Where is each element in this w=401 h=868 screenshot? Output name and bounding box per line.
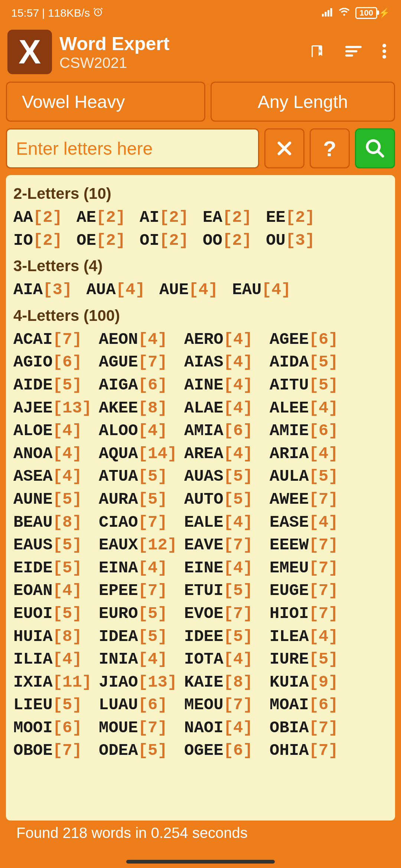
word-item[interactable]: AE[2] xyxy=(76,206,125,229)
word-item[interactable]: AIDA[5] xyxy=(270,351,355,374)
word-item[interactable]: ILEA[4] xyxy=(270,625,355,648)
word-item[interactable]: AUTO[5] xyxy=(184,488,270,511)
word-item[interactable]: IXIA[11] xyxy=(13,671,99,694)
word-item[interactable]: ALOO[4] xyxy=(99,420,184,443)
word-item[interactable]: OE[2] xyxy=(76,229,125,252)
word-item[interactable]: ALOE[4] xyxy=(13,420,99,443)
navigation-handle[interactable] xyxy=(126,860,275,864)
word-item[interactable]: AA[2] xyxy=(13,206,62,229)
word-item[interactable]: EPEE[7] xyxy=(99,579,184,602)
word-item[interactable]: AMIE[6] xyxy=(270,420,355,443)
word-item[interactable]: AUA[4] xyxy=(86,279,145,302)
word-item[interactable]: AKEE[8] xyxy=(99,397,184,420)
word-item[interactable]: OU[3] xyxy=(266,229,315,252)
word-item[interactable]: AIGA[6] xyxy=(99,374,184,397)
word-item[interactable]: IDEE[5] xyxy=(184,625,270,648)
word-item[interactable]: AREA[4] xyxy=(184,443,270,466)
word-item[interactable]: ARIA[4] xyxy=(270,443,355,466)
search-input[interactable] xyxy=(6,128,259,168)
word-item[interactable]: AIAS[4] xyxy=(184,351,270,374)
word-item[interactable]: LIEU[5] xyxy=(13,694,99,717)
word-item[interactable]: IURE[5] xyxy=(270,648,355,671)
word-item[interactable]: CIAO[7] xyxy=(99,511,184,534)
word-item[interactable]: HUIA[8] xyxy=(13,625,99,648)
word-item[interactable]: ILIA[4] xyxy=(13,648,99,671)
word-item[interactable]: AINE[4] xyxy=(184,374,270,397)
word-item[interactable]: EEEW[7] xyxy=(270,534,355,557)
word-item[interactable]: EAU[4] xyxy=(232,279,291,302)
dictionary-icon[interactable]: Ab xyxy=(310,44,325,60)
word-item[interactable]: EMEU[7] xyxy=(270,557,355,580)
word-item[interactable]: ANOA[4] xyxy=(13,443,99,466)
word-item[interactable]: OO[2] xyxy=(203,229,252,252)
word-item[interactable]: ALEE[4] xyxy=(270,397,355,420)
word-item[interactable]: AGIO[6] xyxy=(13,351,99,374)
word-item[interactable]: EINE[4] xyxy=(184,557,270,580)
word-item[interactable]: AIDE[5] xyxy=(13,374,99,397)
word-item[interactable]: EUGE[7] xyxy=(270,579,355,602)
sort-icon[interactable] xyxy=(345,45,362,59)
word-item[interactable]: AGUE[7] xyxy=(99,351,184,374)
word-item[interactable]: MOOI[6] xyxy=(13,717,99,740)
word-type-filter[interactable]: Vowel Heavy xyxy=(6,82,205,122)
word-item[interactable]: ODEA[5] xyxy=(99,739,184,762)
word-item[interactable]: EA[2] xyxy=(203,206,252,229)
word-item[interactable]: MEOU[7] xyxy=(184,694,270,717)
word-item[interactable]: BEAU[8] xyxy=(13,511,99,534)
app-icon[interactable]: X xyxy=(7,30,52,74)
word-item[interactable]: AUE[4] xyxy=(159,279,218,302)
help-button[interactable]: ? xyxy=(310,128,350,168)
clear-button[interactable] xyxy=(264,128,304,168)
word-item[interactable]: OGEE[6] xyxy=(184,739,270,762)
word-item[interactable]: AEON[4] xyxy=(99,328,184,351)
word-item[interactable]: AITU[5] xyxy=(270,374,355,397)
word-item[interactable]: AUNE[5] xyxy=(13,488,99,511)
word-item[interactable]: IOTA[4] xyxy=(184,648,270,671)
word-item[interactable]: ACAI[7] xyxy=(13,328,99,351)
word-item[interactable]: EVOE[7] xyxy=(184,602,270,625)
word-item[interactable]: EASE[4] xyxy=(270,511,355,534)
word-item[interactable]: ATUA[5] xyxy=(99,465,184,488)
word-item[interactable]: MOUE[7] xyxy=(99,717,184,740)
word-item[interactable]: AMIA[6] xyxy=(184,420,270,443)
results-panel[interactable]: 2-Letters (10)AA[2]AE[2]AI[2]EA[2]EE[2]I… xyxy=(6,175,395,821)
word-item[interactable]: EOAN[4] xyxy=(13,579,99,602)
word-item[interactable]: KAIE[8] xyxy=(184,671,270,694)
word-item[interactable]: ALAE[4] xyxy=(184,397,270,420)
word-item[interactable]: EAUX[12] xyxy=(99,534,184,557)
length-filter[interactable]: Any Length xyxy=(211,82,395,122)
word-item[interactable]: AULA[5] xyxy=(270,465,355,488)
word-item[interactable]: EE[2] xyxy=(266,206,315,229)
word-item[interactable]: AI[2] xyxy=(140,206,189,229)
word-item[interactable]: JIAO[13] xyxy=(99,671,184,694)
word-item[interactable]: EALE[4] xyxy=(184,511,270,534)
word-item[interactable]: HIOI[7] xyxy=(270,602,355,625)
word-item[interactable]: KUIA[9] xyxy=(270,671,355,694)
word-item[interactable]: AQUA[14] xyxy=(99,443,184,466)
search-button[interactable] xyxy=(355,128,395,168)
word-item[interactable]: ASEA[4] xyxy=(13,465,99,488)
word-item[interactable]: EUOI[5] xyxy=(13,602,99,625)
word-item[interactable]: OI[2] xyxy=(140,229,189,252)
word-item[interactable]: AERO[4] xyxy=(184,328,270,351)
word-item[interactable]: AURA[5] xyxy=(99,488,184,511)
word-item[interactable]: AJEE[13] xyxy=(13,397,99,420)
more-icon[interactable] xyxy=(382,44,386,60)
word-item[interactable]: EAVE[7] xyxy=(184,534,270,557)
word-item[interactable]: LUAU[6] xyxy=(99,694,184,717)
word-item[interactable]: OBOE[7] xyxy=(13,739,99,762)
word-item[interactable]: AGEE[6] xyxy=(270,328,355,351)
word-item[interactable]: EINA[4] xyxy=(99,557,184,580)
word-item[interactable]: IDEA[5] xyxy=(99,625,184,648)
word-item[interactable]: EIDE[5] xyxy=(13,557,99,580)
word-item[interactable]: AWEE[7] xyxy=(270,488,355,511)
word-item[interactable]: INIA[4] xyxy=(99,648,184,671)
word-item[interactable]: OHIA[7] xyxy=(270,739,355,762)
word-item[interactable]: ETUI[5] xyxy=(184,579,270,602)
word-item[interactable]: OBIA[7] xyxy=(270,717,355,740)
word-item[interactable]: AUAS[5] xyxy=(184,465,270,488)
word-item[interactable]: IO[2] xyxy=(13,229,62,252)
word-item[interactable]: NAOI[4] xyxy=(184,717,270,740)
word-item[interactable]: MOAI[6] xyxy=(270,694,355,717)
word-item[interactable]: AIA[3] xyxy=(13,279,72,302)
